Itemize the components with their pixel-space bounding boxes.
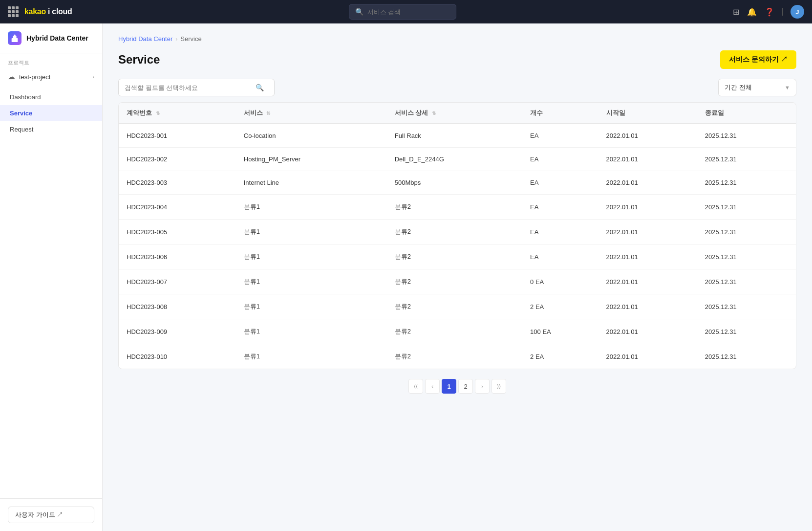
cell-count: 100 EA (522, 319, 598, 344)
table-row[interactable]: HDC2023-004 분류1 분류2 EA 2022.01.01 2025.1… (119, 195, 796, 220)
project-selector[interactable]: ☁ test-project › (0, 68, 102, 85)
cell-start-date: 2022.01.01 (598, 294, 697, 319)
table-header: 계약번호 ⇅ 서비스 ⇅ 서비스 상세 ⇅ 개수 시작일 종료일 (119, 103, 796, 124)
cell-service-detail: 분류2 (387, 319, 522, 344)
cell-end-date: 2025.12.31 (697, 244, 796, 269)
col-service[interactable]: 서비스 ⇅ (236, 103, 387, 124)
sort-icon: ⇅ (156, 111, 160, 116)
notification-icon[interactable]: 🔔 (747, 7, 757, 17)
sidebar-item-dashboard[interactable]: Dashboard (0, 89, 102, 105)
cell-end-date: 2025.12.31 (697, 220, 796, 244)
cell-contract-no: HDC2023-001 (119, 124, 236, 148)
cell-count: EA (522, 124, 598, 148)
main-content: Hybrid Data Center › Service Service 서비스… (103, 23, 812, 531)
col-contract-no[interactable]: 계약번호 ⇅ (119, 103, 236, 124)
page-2-button[interactable]: 2 (458, 379, 473, 394)
breadcrumb: Hybrid Data Center › Service (118, 35, 796, 43)
cell-start-date: 2022.01.01 (598, 244, 697, 269)
chevron-right-icon: › (92, 74, 94, 80)
cell-count: EA (522, 171, 598, 195)
page-1-button[interactable]: 1 (442, 379, 456, 394)
cell-count: 0 EA (522, 269, 598, 294)
cell-contract-no: HDC2023-008 (119, 294, 236, 319)
page-header: Service 서비스 문의하기 ↗ (118, 50, 796, 69)
global-search[interactable]: 🔍 (349, 4, 456, 20)
grid-menu-icon[interactable] (8, 6, 19, 17)
cell-contract-no: HDC2023-006 (119, 244, 236, 269)
table-row[interactable]: HDC2023-001 Co-location Full Rack EA 202… (119, 124, 796, 148)
cell-end-date: 2025.12.31 (697, 269, 796, 294)
cell-start-date: 2022.01.01 (598, 220, 697, 244)
col-start-date: 시작일 (598, 103, 697, 124)
cell-count: EA (522, 195, 598, 220)
building-icon (10, 34, 19, 43)
cell-service-detail: 분류2 (387, 244, 522, 269)
cell-count: EA (522, 244, 598, 269)
service-table: 계약번호 ⇅ 서비스 ⇅ 서비스 상세 ⇅ 개수 시작일 종료일 HDC2023… (119, 103, 796, 369)
last-page-button[interactable]: ⟩⟩ (491, 379, 506, 394)
cell-end-date: 2025.12.31 (697, 195, 796, 220)
cell-service: 분류1 (236, 195, 387, 220)
table-search-input[interactable] (125, 84, 252, 91)
cell-service-detail: 분류2 (387, 294, 522, 319)
table-row[interactable]: HDC2023-009 분류1 분류2 100 EA 2022.01.01 20… (119, 319, 796, 344)
service-inquiry-button[interactable]: 서비스 문의하기 ↗ (720, 50, 796, 69)
sidebar-title: Hybrid Data Center (26, 34, 88, 42)
table-row[interactable]: HDC2023-008 분류1 분류2 2 EA 2022.01.01 2025… (119, 294, 796, 319)
topnav-left: kakao i cloud (8, 6, 72, 17)
cell-service: 분류1 (236, 319, 387, 344)
cell-service: 분류1 (236, 344, 387, 369)
table-row[interactable]: HDC2023-002 Hosting_PM_Server Dell_D_E_2… (119, 148, 796, 171)
sidebar-item-request[interactable]: Request (0, 121, 102, 137)
project-name-label: test-project (19, 73, 50, 81)
breadcrumb-separator: › (175, 36, 177, 43)
table-row[interactable]: HDC2023-005 분류1 분류2 EA 2022.01.01 2025.1… (119, 220, 796, 244)
sort-icon: ⇅ (266, 111, 270, 116)
cell-service: Co-location (236, 124, 387, 148)
cell-start-date: 2022.01.01 (598, 319, 697, 344)
cell-end-date: 2025.12.31 (697, 294, 796, 319)
next-page-button[interactable]: › (475, 379, 490, 394)
table-search[interactable]: 🔍 (118, 79, 275, 96)
grid-apps-icon[interactable]: ⊞ (733, 7, 739, 17)
search-icon: 🔍 (355, 8, 363, 16)
table-row[interactable]: HDC2023-003 Internet Line 500Mbps EA 202… (119, 171, 796, 195)
cell-service-detail: Full Rack (387, 124, 522, 148)
topnav-right: ⊞ 🔔 ❓ J (733, 5, 804, 19)
col-count: 개수 (522, 103, 598, 124)
cell-end-date: 2025.12.31 (697, 124, 796, 148)
cell-count: EA (522, 148, 598, 171)
cell-count: 2 EA (522, 344, 598, 369)
period-selector[interactable]: 기간 전체 ▼ (718, 79, 796, 96)
help-icon[interactable]: ❓ (765, 7, 774, 17)
cell-start-date: 2022.01.01 (598, 124, 697, 148)
table-row[interactable]: HDC2023-006 분류1 분류2 EA 2022.01.01 2025.1… (119, 244, 796, 269)
prev-page-button[interactable]: ‹ (425, 379, 440, 394)
cell-service: 분류1 (236, 220, 387, 244)
cell-end-date: 2025.12.31 (697, 319, 796, 344)
cell-end-date: 2025.12.31 (697, 171, 796, 195)
breadcrumb-parent-link[interactable]: Hybrid Data Center (118, 35, 172, 43)
cell-service-detail: Dell_D_E_2244G (387, 148, 522, 171)
search-icon: 🔍 (256, 84, 264, 91)
page-title: Service (118, 53, 160, 66)
sort-icon: ⇅ (432, 111, 436, 116)
cell-end-date: 2025.12.31 (697, 344, 796, 369)
cell-contract-no: HDC2023-005 (119, 220, 236, 244)
cell-start-date: 2022.01.01 (598, 344, 697, 369)
col-service-detail[interactable]: 서비스 상세 ⇅ (387, 103, 522, 124)
table-row[interactable]: HDC2023-007 분류1 분류2 0 EA 2022.01.01 2025… (119, 269, 796, 294)
table-body: HDC2023-001 Co-location Full Rack EA 202… (119, 124, 796, 369)
global-search-input[interactable] (367, 8, 446, 16)
table-row[interactable]: HDC2023-010 분류1 분류2 2 EA 2022.01.01 2025… (119, 344, 796, 369)
first-page-button[interactable]: ⟨⟨ (408, 379, 423, 394)
avatar[interactable]: J (791, 5, 804, 19)
breadcrumb-current: Service (180, 35, 201, 43)
user-guide-button[interactable]: 사용자 가이드 ↗ (8, 507, 94, 523)
cell-service-detail: 분류2 (387, 220, 522, 244)
cell-service: 분류1 (236, 269, 387, 294)
sidebar-item-service[interactable]: Service (0, 105, 102, 121)
cell-service-detail: 500Mbps (387, 171, 522, 195)
col-end-date: 종료일 (697, 103, 796, 124)
cell-service: Internet Line (236, 171, 387, 195)
